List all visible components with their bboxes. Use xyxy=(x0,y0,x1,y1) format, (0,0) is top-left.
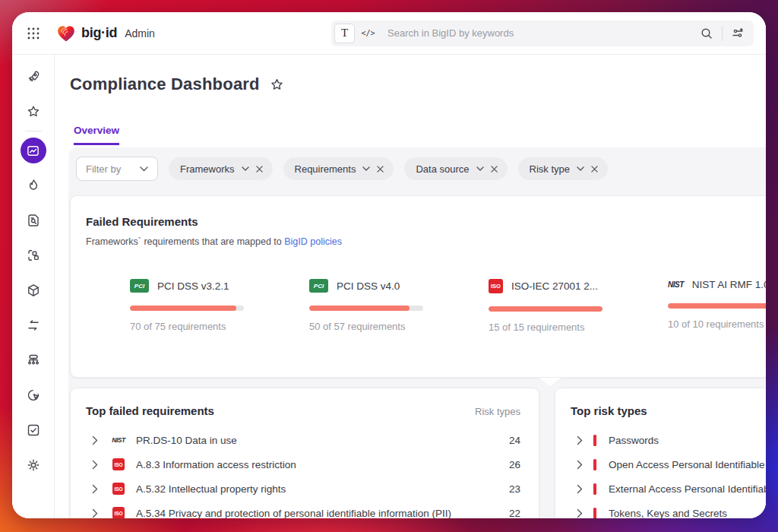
requirement-label: A.8.3 Information access restriction xyxy=(136,459,509,470)
framework-name: NIST AI RMF 1.0 xyxy=(692,279,766,290)
filter-by-dropdown[interactable]: Filter by xyxy=(76,157,158,181)
iso-logo-icon: ISO xyxy=(489,279,503,293)
framework-card-nist-ai-rmf[interactable]: NIST NIST AI RMF 1.0 10 of 10 requiremen… xyxy=(668,279,766,333)
transfer-arrows-icon xyxy=(26,318,41,333)
list-item[interactable]: External Access Personal Identifiab xyxy=(571,477,766,501)
risk-types-column-header: Risk types xyxy=(475,406,520,417)
framework-card-pci-v321[interactable]: PCI PCI DSS v3.2.1 70 of 75 requirements xyxy=(130,279,309,333)
pci-logo-icon: PCI xyxy=(130,279,149,293)
framework-card-pci-v40[interactable]: PCI PCI DSS v4.0 50 of 57 requirements xyxy=(309,279,489,333)
chevron-right-icon[interactable] xyxy=(92,460,98,470)
top-risk-types-card: Top risk types Passwords xyxy=(555,388,766,518)
risk-bar-icon xyxy=(593,483,596,495)
sidebar-item-orchestration[interactable] xyxy=(12,343,55,378)
framework-name: ISO-IEC 27001 2... xyxy=(511,280,598,292)
card-title: Top failed requirements xyxy=(86,404,214,417)
favorite-star-icon[interactable] xyxy=(270,78,284,92)
chevron-down-icon xyxy=(242,166,249,171)
sidebar-item-catalog[interactable] xyxy=(12,273,55,308)
code-mode-button[interactable]: </> xyxy=(357,24,379,43)
filter-chip-risk-type[interactable]: Risk type xyxy=(518,157,608,180)
sidebar-item-settings[interactable] xyxy=(12,448,55,483)
search-input[interactable]: Search in BigID by keywords xyxy=(387,27,700,39)
framework-card-iso-27001[interactable]: ISO ISO-IEC 27001 2... 15 of 15 requirem… xyxy=(489,279,668,333)
list-item[interactable]: ISO A.5.32 Intellectual property rights … xyxy=(86,477,539,501)
sidebar-item-reports[interactable] xyxy=(12,203,55,238)
rocket-icon xyxy=(26,69,41,84)
report-search-icon xyxy=(26,213,41,228)
brand-logo[interactable]: big·id Admin xyxy=(56,24,155,43)
chevron-right-icon[interactable] xyxy=(92,435,98,445)
iso-logo-icon: ISO xyxy=(112,483,125,495)
requirements-count: 15 of 15 requirements xyxy=(489,321,668,333)
chevron-right-icon[interactable] xyxy=(92,508,98,518)
list-item[interactable]: ISO A.5.34 Privacy and protection of per… xyxy=(86,501,539,518)
list-item[interactable]: Passwords xyxy=(571,428,766,452)
close-icon[interactable] xyxy=(377,166,384,173)
filter-chip-data-source[interactable]: Data source xyxy=(404,157,507,180)
sidebar-item-dashboard-active[interactable] xyxy=(12,133,55,168)
task-check-icon xyxy=(26,423,41,438)
app-window: big·id Admin T </> Search in BigID by ke… xyxy=(12,12,766,518)
logo-wordmark: big·id xyxy=(81,25,117,41)
chip-label: Data source xyxy=(416,163,469,175)
list-item[interactable]: Open Access Personal Identifiable xyxy=(571,452,766,477)
bigid-policies-link[interactable]: BigID policies xyxy=(284,236,342,247)
chevron-down-icon xyxy=(577,166,584,171)
page-title: Compliance Dashboard xyxy=(70,74,260,94)
sidebar-item-favorites[interactable] xyxy=(12,94,55,129)
risk-bar-icon xyxy=(593,508,596,519)
search-mode-toggle: T </> xyxy=(334,24,379,43)
apps-grid-icon[interactable] xyxy=(26,26,41,41)
search-icon[interactable] xyxy=(700,27,713,40)
chip-label: Frameworks xyxy=(180,163,235,175)
sidebar-item-data-flows[interactable] xyxy=(12,308,55,343)
risk-types-count: 22 xyxy=(509,508,520,519)
list-item[interactable]: NIST PR.DS-10 Data in use 24 xyxy=(86,428,539,452)
card-title: Failed Requirements xyxy=(86,215,766,228)
product-label: Admin xyxy=(125,27,155,40)
close-icon[interactable] xyxy=(256,166,263,173)
chevron-right-icon[interactable] xyxy=(92,484,98,494)
risk-types-count: 23 xyxy=(509,483,520,495)
progress-fill xyxy=(668,303,766,309)
list-item[interactable]: ISO A.8.3 Information access restriction… xyxy=(86,452,539,477)
sidebar-item-classification[interactable] xyxy=(12,238,55,273)
gear-icon xyxy=(26,458,41,473)
sidebar-item-risk[interactable] xyxy=(12,168,55,203)
close-icon[interactable] xyxy=(491,166,498,173)
chevron-right-icon[interactable] xyxy=(577,508,583,518)
advanced-search-icon[interactable] xyxy=(731,27,745,40)
text-mode-button[interactable]: T xyxy=(334,24,355,43)
filter-chip-frameworks[interactable]: Frameworks xyxy=(169,157,273,180)
filter-chip-requirements[interactable]: Requirements xyxy=(283,157,394,180)
nist-logo-icon: NIST xyxy=(668,280,684,289)
tab-overview[interactable]: Overview xyxy=(74,125,119,145)
list-item[interactable]: Tokens, Keys and Secrets xyxy=(571,501,766,518)
requirements-count: 50 of 57 requirements xyxy=(309,321,489,332)
sidebar-item-getting-started[interactable] xyxy=(12,59,55,94)
card-subtitle: Frameworks` requirements that are mapped… xyxy=(86,236,766,247)
chevron-right-icon[interactable] xyxy=(577,484,583,494)
global-search-bar[interactable]: T </> Search in BigID by keywords xyxy=(331,21,754,46)
risk-type-label: Passwords xyxy=(609,435,766,446)
chevron-right-icon[interactable] xyxy=(577,460,583,470)
iso-logo-icon: ISO xyxy=(112,458,125,470)
requirement-label: PR.DS-10 Data in use xyxy=(136,435,509,446)
progress-bar xyxy=(489,306,602,312)
star-icon xyxy=(26,104,41,119)
filter-row: Filter by Frameworks Requirements xyxy=(76,157,608,181)
progress-bar xyxy=(668,303,766,309)
subtitle-text: Frameworks` requirements that are mapped… xyxy=(86,236,282,247)
sidebar-item-access-intelligence[interactable] xyxy=(12,378,55,413)
sidebar-item-actions[interactable] xyxy=(12,413,55,448)
close-icon[interactable] xyxy=(591,166,598,173)
chevron-down-icon xyxy=(476,166,484,171)
chevron-right-icon[interactable] xyxy=(577,435,583,445)
risk-type-label: External Access Personal Identifiab xyxy=(609,483,766,495)
top-failed-requirements-card: Top failed requirements Risk types NIST … xyxy=(70,388,539,518)
framework-name: PCI DSS v4.0 xyxy=(337,280,400,292)
chip-label: Requirements xyxy=(295,163,356,175)
collapse-notch[interactable] xyxy=(539,378,561,386)
risk-types-list: Passwords Open Access Personal Identifia… xyxy=(571,428,766,518)
